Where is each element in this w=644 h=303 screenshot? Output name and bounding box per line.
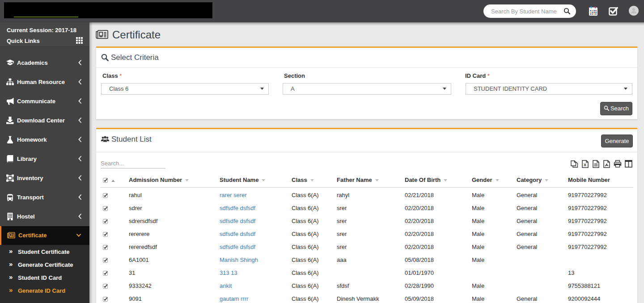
svg-text:X: X [584,163,586,167]
